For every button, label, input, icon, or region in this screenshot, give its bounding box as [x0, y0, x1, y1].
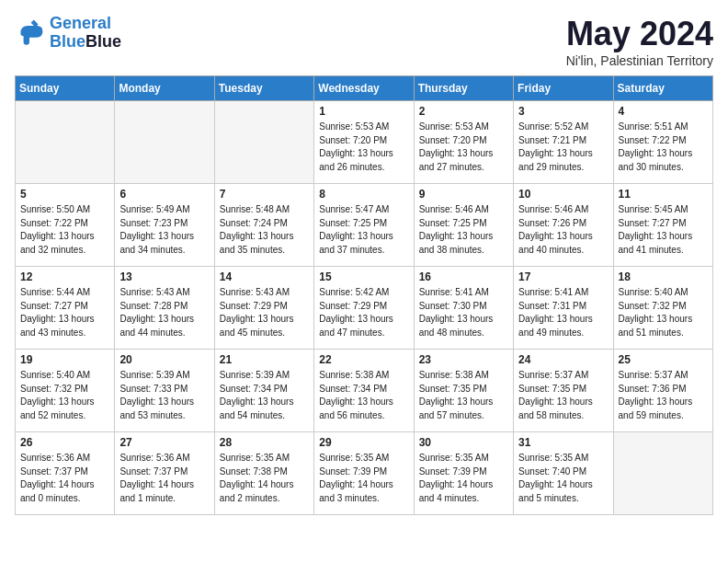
calendar-table: SundayMondayTuesdayWednesdayThursdayFrid…: [15, 75, 713, 515]
day-info: Sunrise: 5:35 AMSunset: 7:39 PMDaylight:…: [419, 452, 508, 505]
calendar-cell: 11 Sunrise: 5:45 AMSunset: 7:27 PMDaylig…: [613, 184, 712, 267]
calendar-cell: [16, 101, 115, 184]
day-info: Sunrise: 5:53 AMSunset: 7:20 PMDaylight:…: [319, 121, 408, 174]
calendar-cell: 17 Sunrise: 5:41 AMSunset: 7:31 PMDaylig…: [514, 267, 613, 350]
day-number: 7: [220, 188, 309, 201]
day-info: Sunrise: 5:37 AMSunset: 7:36 PMDaylight:…: [619, 369, 708, 422]
calendar-cell: 27 Sunrise: 5:36 AMSunset: 7:37 PMDaylig…: [115, 432, 214, 515]
day-number: 12: [20, 270, 109, 283]
page-header: GeneralBlueBlue May 2024 Ni'lin, Palesti…: [15, 15, 713, 68]
calendar-cell: 29 Sunrise: 5:35 AMSunset: 7:39 PMDaylig…: [314, 432, 414, 515]
month-title: May 2024: [566, 15, 713, 53]
calendar-cell: 3 Sunrise: 5:52 AMSunset: 7:21 PMDayligh…: [514, 101, 613, 184]
calendar-cell: 26 Sunrise: 5:36 AMSunset: 7:37 PMDaylig…: [16, 432, 115, 515]
day-number: 2: [419, 105, 508, 118]
calendar-cell: 16 Sunrise: 5:41 AMSunset: 7:30 PMDaylig…: [414, 267, 513, 350]
day-info: Sunrise: 5:41 AMSunset: 7:30 PMDaylight:…: [419, 286, 508, 339]
calendar-cell: 5 Sunrise: 5:50 AMSunset: 7:22 PMDayligh…: [16, 184, 115, 267]
day-info: Sunrise: 5:43 AMSunset: 7:29 PMDaylight:…: [220, 286, 309, 339]
calendar-cell: 24 Sunrise: 5:37 AMSunset: 7:35 PMDaylig…: [514, 350, 613, 432]
day-number: 26: [20, 436, 109, 449]
day-number: 31: [518, 436, 608, 449]
day-number: 24: [518, 353, 608, 366]
calendar-cell: 4 Sunrise: 5:51 AMSunset: 7:22 PMDayligh…: [613, 101, 712, 184]
day-number: 14: [220, 270, 309, 283]
week-row-4: 26 Sunrise: 5:36 AMSunset: 7:37 PMDaylig…: [16, 432, 713, 515]
calendar-cell: 25 Sunrise: 5:37 AMSunset: 7:36 PMDaylig…: [613, 350, 712, 432]
calendar-cell: 30 Sunrise: 5:35 AMSunset: 7:39 PMDaylig…: [414, 432, 513, 515]
day-info: Sunrise: 5:45 AMSunset: 7:27 PMDaylight:…: [619, 203, 708, 257]
logo-icon: [15, 18, 44, 48]
day-info: Sunrise: 5:46 AMSunset: 7:26 PMDaylight:…: [518, 203, 608, 257]
day-number: 4: [619, 105, 708, 118]
day-number: 29: [319, 436, 408, 449]
calendar-cell: 7 Sunrise: 5:48 AMSunset: 7:24 PMDayligh…: [214, 184, 313, 267]
day-info: Sunrise: 5:48 AMSunset: 7:24 PMDaylight:…: [220, 203, 309, 257]
day-number: 25: [619, 353, 708, 366]
day-info: Sunrise: 5:47 AMSunset: 7:25 PMDaylight:…: [319, 203, 408, 257]
day-number: 21: [220, 353, 309, 366]
calendar-cell: 28 Sunrise: 5:35 AMSunset: 7:38 PMDaylig…: [214, 432, 313, 515]
calendar-cell: [214, 101, 313, 184]
day-info: Sunrise: 5:43 AMSunset: 7:28 PMDaylight:…: [119, 286, 209, 339]
calendar-cell: 23 Sunrise: 5:38 AMSunset: 7:35 PMDaylig…: [414, 350, 513, 432]
day-number: 1: [319, 105, 408, 118]
day-info: Sunrise: 5:52 AMSunset: 7:21 PMDaylight:…: [518, 121, 608, 174]
calendar-cell: 21 Sunrise: 5:39 AMSunset: 7:34 PMDaylig…: [214, 350, 313, 432]
calendar-cell: 8 Sunrise: 5:47 AMSunset: 7:25 PMDayligh…: [314, 184, 414, 267]
day-number: 27: [119, 436, 209, 449]
calendar-cell: 6 Sunrise: 5:49 AMSunset: 7:23 PMDayligh…: [115, 184, 214, 267]
day-number: 30: [419, 436, 508, 449]
day-info: Sunrise: 5:36 AMSunset: 7:37 PMDaylight:…: [119, 452, 209, 505]
day-number: 16: [419, 270, 508, 283]
calendar-cell: 19 Sunrise: 5:40 AMSunset: 7:32 PMDaylig…: [16, 350, 115, 432]
day-info: Sunrise: 5:53 AMSunset: 7:20 PMDaylight:…: [419, 121, 508, 174]
day-info: Sunrise: 5:51 AMSunset: 7:22 PMDaylight:…: [619, 121, 708, 174]
day-info: Sunrise: 5:38 AMSunset: 7:35 PMDaylight:…: [419, 369, 508, 422]
location: Ni'lin, Palestinian Territory: [566, 53, 713, 68]
week-row-2: 12 Sunrise: 5:44 AMSunset: 7:27 PMDaylig…: [16, 267, 713, 350]
day-number: 18: [619, 270, 708, 283]
calendar-cell: 15 Sunrise: 5:42 AMSunset: 7:29 PMDaylig…: [314, 267, 414, 350]
day-number: 8: [319, 188, 408, 201]
day-info: Sunrise: 5:46 AMSunset: 7:25 PMDaylight:…: [419, 203, 508, 257]
calendar-cell: 14 Sunrise: 5:43 AMSunset: 7:29 PMDaylig…: [214, 267, 313, 350]
day-info: Sunrise: 5:36 AMSunset: 7:37 PMDaylight:…: [20, 452, 109, 505]
day-info: Sunrise: 5:40 AMSunset: 7:32 PMDaylight:…: [619, 286, 708, 339]
weekday-header-tuesday: Tuesday: [214, 76, 313, 101]
day-info: Sunrise: 5:50 AMSunset: 7:22 PMDaylight:…: [20, 203, 109, 257]
week-row-0: 1 Sunrise: 5:53 AMSunset: 7:20 PMDayligh…: [16, 101, 713, 184]
logo: GeneralBlueBlue: [15, 15, 121, 52]
day-info: Sunrise: 5:39 AMSunset: 7:33 PMDaylight:…: [119, 369, 209, 422]
day-info: Sunrise: 5:41 AMSunset: 7:31 PMDaylight:…: [518, 286, 608, 339]
calendar-cell: 10 Sunrise: 5:46 AMSunset: 7:26 PMDaylig…: [514, 184, 613, 267]
day-info: Sunrise: 5:49 AMSunset: 7:23 PMDaylight:…: [119, 203, 209, 257]
day-number: 22: [319, 353, 408, 366]
day-number: 5: [20, 188, 109, 201]
calendar-cell: [613, 432, 712, 515]
day-number: 3: [518, 105, 608, 118]
day-info: Sunrise: 5:39 AMSunset: 7:34 PMDaylight:…: [220, 369, 309, 422]
day-info: Sunrise: 5:38 AMSunset: 7:34 PMDaylight:…: [319, 369, 408, 422]
weekday-header-wednesday: Wednesday: [314, 76, 414, 101]
calendar-cell: 18 Sunrise: 5:40 AMSunset: 7:32 PMDaylig…: [613, 267, 712, 350]
day-number: 10: [518, 188, 608, 201]
weekday-header-thursday: Thursday: [414, 76, 513, 101]
day-info: Sunrise: 5:37 AMSunset: 7:35 PMDaylight:…: [518, 369, 608, 422]
day-number: 19: [20, 353, 109, 366]
day-number: 11: [619, 188, 708, 201]
day-number: 13: [119, 270, 209, 283]
weekday-header-friday: Friday: [514, 76, 613, 101]
day-number: 28: [220, 436, 309, 449]
week-row-3: 19 Sunrise: 5:40 AMSunset: 7:32 PMDaylig…: [16, 350, 713, 432]
day-info: Sunrise: 5:35 AMSunset: 7:39 PMDaylight:…: [319, 452, 408, 505]
day-info: Sunrise: 5:42 AMSunset: 7:29 PMDaylight:…: [319, 286, 408, 339]
calendar-cell: [115, 101, 214, 184]
day-info: Sunrise: 5:44 AMSunset: 7:27 PMDaylight:…: [20, 286, 109, 339]
day-number: 17: [518, 270, 608, 283]
day-info: Sunrise: 5:40 AMSunset: 7:32 PMDaylight:…: [20, 369, 109, 422]
weekday-header-saturday: Saturday: [613, 76, 712, 101]
day-info: Sunrise: 5:35 AMSunset: 7:38 PMDaylight:…: [220, 452, 309, 505]
weekday-header-row: SundayMondayTuesdayWednesdayThursdayFrid…: [16, 76, 713, 101]
weekday-header-monday: Monday: [115, 76, 214, 101]
